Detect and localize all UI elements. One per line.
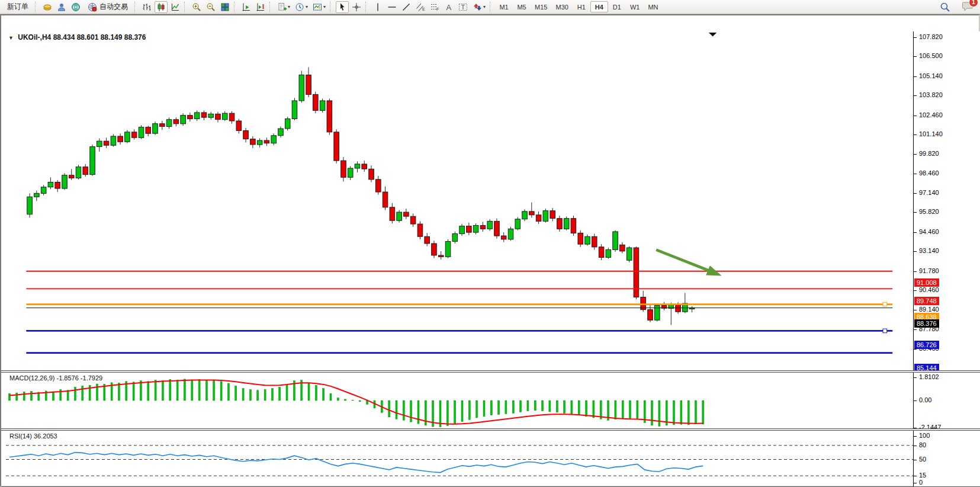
timeframe-m30[interactable]: M30 xyxy=(551,1,572,12)
price-tick-label: 103.820 xyxy=(919,91,943,98)
notification-badge: 1 xyxy=(969,0,978,7)
chevron-down-icon: ▾ xyxy=(323,4,326,9)
funds-icon[interactable] xyxy=(41,1,54,13)
auto-scroll-icon[interactable] xyxy=(240,1,253,13)
rsi-tick-label: 50 xyxy=(919,456,926,463)
svg-text:A: A xyxy=(446,2,452,11)
macd-histogram xyxy=(9,379,704,427)
autotrading-button[interactable]: 自动交易 xyxy=(83,1,132,13)
crosshair-icon[interactable] xyxy=(350,1,363,13)
line-chart-icon[interactable] xyxy=(169,1,182,13)
timeframe-h4[interactable]: H4 xyxy=(590,1,608,12)
horizontal-line-tool-icon[interactable] xyxy=(385,1,399,13)
macd-tick-label: 1.8102 xyxy=(919,373,939,380)
price-tick-label: 94.460 xyxy=(919,228,939,235)
macd-tick-label: 0.00 xyxy=(919,396,931,403)
arrows-tool-button[interactable]: ▾ xyxy=(471,1,487,13)
toolbar-separator xyxy=(35,2,38,12)
price-tag-88.376[interactable]: 88.376 xyxy=(914,319,939,328)
rsi-tick-label: 100 xyxy=(919,432,930,439)
collapse-arrow-icon[interactable]: ▼ xyxy=(8,35,14,41)
price-tick-label: 93.140 xyxy=(919,247,939,254)
main-toolbar: 新订单 自动交易 ▾ xyxy=(0,0,980,14)
chart-title: ▼ UKOil-,H4 88.434 88.601 88.149 88.376 xyxy=(8,33,146,41)
rsi-line xyxy=(9,453,703,473)
autotrading-icon xyxy=(88,2,97,12)
price-tick-label: 105.140 xyxy=(919,72,943,79)
chart-shift-marker-icon[interactable] xyxy=(709,33,716,37)
signal-icon[interactable] xyxy=(69,1,82,13)
price-tag-89.748[interactable]: 89.748 xyxy=(914,297,939,305)
svg-text:F: F xyxy=(436,7,439,11)
rsi-pane[interactable] xyxy=(1,431,913,486)
zoom-in-icon[interactable] xyxy=(190,1,203,13)
price-tag-86.726[interactable]: 86.726 xyxy=(914,341,939,349)
pane-separator[interactable] xyxy=(1,370,980,373)
chevron-down-icon: ▾ xyxy=(483,4,486,9)
periods-button[interactable]: ▾ xyxy=(293,1,310,13)
autotrading-label: 自动交易 xyxy=(99,2,128,12)
line-drag-handle[interactable] xyxy=(883,302,887,306)
vertical-line-tool-icon[interactable] xyxy=(371,1,384,13)
svg-text:E: E xyxy=(422,7,425,11)
timeframe-mn[interactable]: MN xyxy=(644,1,662,12)
timeframe-m1[interactable]: M1 xyxy=(495,1,513,12)
macd-label: MACD(12,26,9) -1.8576 -1.7929 xyxy=(9,374,102,382)
trendline-tool-icon[interactable] xyxy=(400,1,413,13)
timeframe-d1[interactable]: D1 xyxy=(608,1,626,12)
zoom-out-icon[interactable] xyxy=(204,1,217,13)
toolbar-separator xyxy=(184,2,188,12)
fibonacci-tool-icon[interactable]: F xyxy=(428,1,441,13)
chart-shift-icon[interactable] xyxy=(254,1,267,13)
price-tick-label: 98.460 xyxy=(919,169,939,177)
equidistant-channel-tool-icon[interactable]: E xyxy=(414,1,427,13)
timeframe-h1[interactable]: H1 xyxy=(573,1,590,12)
line-drag-handle[interactable] xyxy=(883,329,887,333)
horizontal-price-lines[interactable] xyxy=(26,271,892,353)
price-tick-label: 99.820 xyxy=(919,150,939,157)
rsi-grid-lines xyxy=(6,446,913,476)
chevron-down-icon: ▾ xyxy=(288,4,290,9)
cursor-icon[interactable] xyxy=(336,1,349,13)
rsi-tick-label: 0 xyxy=(919,479,923,486)
chart-symbol-period: UKOil-,H4 xyxy=(18,33,51,41)
macd-pane[interactable] xyxy=(1,373,913,428)
toolbar-separator xyxy=(490,2,493,12)
price-tick-label: 101.140 xyxy=(919,130,943,137)
timeframe-w1[interactable]: W1 xyxy=(626,1,644,12)
notifications-button[interactable]: 1 xyxy=(962,1,974,14)
bar-chart-icon[interactable] xyxy=(140,1,153,13)
price-tick-label: 102.460 xyxy=(919,111,943,118)
add-indicator-button[interactable]: ▾ xyxy=(275,1,292,13)
candlestick-chart-icon[interactable] xyxy=(155,1,168,13)
toolbar-separator xyxy=(134,2,138,12)
rsi-tick-label: 80 xyxy=(919,441,926,448)
text-tool-icon[interactable]: A xyxy=(442,1,455,13)
trend-arrow-annotation[interactable] xyxy=(656,250,722,276)
community-icon[interactable] xyxy=(55,1,68,13)
text-label-tool-icon[interactable]: T xyxy=(457,1,470,13)
timeframe-m15[interactable]: M15 xyxy=(531,1,551,12)
price-tick-label: 95.820 xyxy=(919,208,939,215)
price-tag-91.008[interactable]: 91.008 xyxy=(914,278,939,287)
chart-window: ▼ UKOil-,H4 88.434 88.601 88.149 88.376 … xyxy=(0,14,980,487)
toolbar-separator xyxy=(365,2,369,12)
tile-windows-icon[interactable] xyxy=(219,1,232,13)
price-tick-label: 91.780 xyxy=(919,267,939,274)
new-order-button[interactable]: 新订单 xyxy=(3,1,33,13)
templates-button[interactable]: ▾ xyxy=(311,1,327,13)
svg-text:T: T xyxy=(461,4,465,11)
macd-signal-line xyxy=(9,380,703,424)
rsi-tick-label: 15 xyxy=(919,472,926,479)
price-tick-label: 97.140 xyxy=(919,189,939,196)
rsi-label: RSI(14) 36.2053 xyxy=(9,432,57,440)
price-tick-label: 90.460 xyxy=(919,286,939,293)
search-icon[interactable] xyxy=(938,1,952,13)
price-axis: 107.820106.500105.140103.820102.460101.1… xyxy=(913,31,980,487)
main-price-pane[interactable] xyxy=(1,31,913,370)
price-tick-label: 106.500 xyxy=(919,52,943,59)
timeframe-m5[interactable]: M5 xyxy=(513,1,531,12)
pane-separator[interactable] xyxy=(1,428,980,431)
chart-ohlc-values: 88.434 88.601 88.149 88.376 xyxy=(53,33,146,41)
toolbar-separator xyxy=(330,2,333,12)
